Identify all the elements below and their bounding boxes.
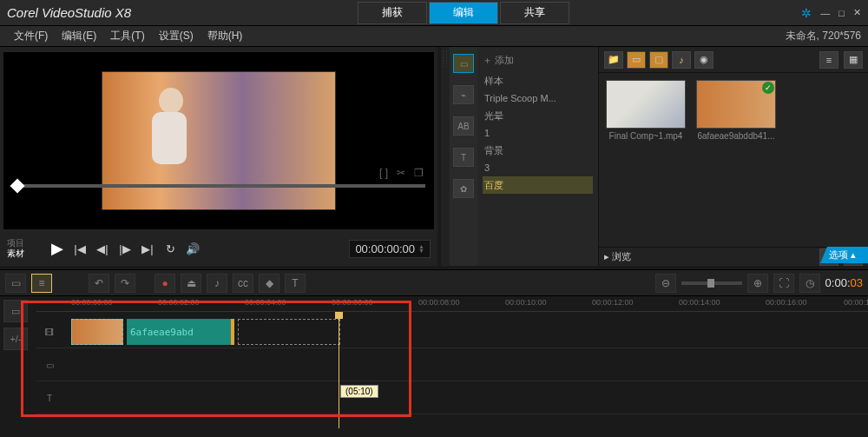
- check-icon: ✓: [762, 82, 774, 94]
- overlay-track[interactable]: ▭: [36, 348, 868, 381]
- tab-share[interactable]: 共享: [500, 2, 569, 24]
- thumb-label: 6afaeae9abddb41...: [696, 131, 776, 141]
- time-tooltip: (05:10): [340, 385, 378, 398]
- thumb-label: Final Comp~1.mp4: [606, 131, 686, 141]
- app-title: Corel VideoStudio X8: [7, 5, 131, 20]
- preview-viewport[interactable]: [ ] ✂ ❐: [3, 52, 434, 229]
- timeline-view-icon[interactable]: ≡: [31, 274, 52, 293]
- video-track-icon[interactable]: 🎞: [36, 315, 62, 348]
- track-mgr-icon[interactable]: T: [285, 274, 306, 293]
- cat-text-icon[interactable]: T: [453, 148, 474, 167]
- menu-edit[interactable]: 编辑(E): [55, 29, 103, 43]
- mode-project[interactable]: 项目: [7, 238, 42, 248]
- folder-1[interactable]: 1: [483, 124, 593, 142]
- subtitle-icon[interactable]: cc: [233, 274, 253, 293]
- title-track-icon[interactable]: T: [36, 381, 62, 414]
- folder-triple[interactable]: Triple Scoop M...: [483, 89, 593, 107]
- preview-scrubber[interactable]: [12, 184, 425, 188]
- cat-title-icon[interactable]: AB: [453, 116, 474, 136]
- menu-settings[interactable]: 设置(S): [152, 29, 201, 43]
- title-track[interactable]: T: [36, 381, 868, 414]
- go-start-button[interactable]: |◀: [71, 240, 89, 257]
- record-icon[interactable]: ●: [155, 274, 175, 293]
- prev-frame-button[interactable]: ◀|: [94, 240, 111, 257]
- media-thumb-1[interactable]: Final Comp~1.mp4: [606, 80, 686, 141]
- project-info: 未命名, 720*576: [786, 29, 861, 43]
- view-list-icon[interactable]: ≡: [819, 51, 838, 69]
- timeline-timecode: 0:00:03: [825, 276, 863, 289]
- add-folder-button[interactable]: ＋ 添加: [483, 54, 593, 67]
- folder-3[interactable]: 3: [483, 159, 593, 176]
- folder-background[interactable]: 背景: [483, 142, 593, 159]
- fit-icon[interactable]: ⛶: [773, 274, 794, 293]
- close-button[interactable]: ✕: [853, 7, 861, 18]
- clip-thumbnail[interactable]: [71, 319, 123, 345]
- redo-icon[interactable]: ↷: [115, 274, 135, 293]
- preview-frame: [102, 71, 336, 210]
- next-frame-button[interactable]: |▶: [116, 240, 134, 257]
- timeline-ruler[interactable]: 00:00:00:00 00:00:02:00 00:00:04:00 00:0…: [36, 296, 868, 312]
- filter-audio-icon[interactable]: ♪: [672, 51, 691, 69]
- options-tab[interactable]: 选项 ▴: [820, 247, 868, 263]
- loop-button[interactable]: ↻: [161, 240, 179, 257]
- panel-grip[interactable]: ::::::: [441, 47, 450, 266]
- clock-icon[interactable]: ◷: [799, 274, 820, 293]
- minimize-button[interactable]: —: [820, 8, 830, 18]
- cut-icon[interactable]: ✂: [397, 167, 405, 179]
- preview-timecode[interactable]: 00:00:00:00 ▲▼: [349, 240, 431, 258]
- mark-in-icon[interactable]: [ ]: [379, 167, 388, 179]
- globe-icon[interactable]: ✲: [801, 6, 812, 20]
- volume-button[interactable]: 🔊: [184, 240, 201, 257]
- maximize-button[interactable]: □: [838, 8, 845, 18]
- menu-help[interactable]: 帮助(H): [201, 29, 250, 43]
- menu-file[interactable]: 文件(F): [7, 29, 55, 43]
- storyboard-view-icon[interactable]: ▭: [5, 274, 26, 293]
- tab-capture[interactable]: 捕获: [358, 2, 427, 24]
- clip-label[interactable]: 6afaeae9abd: [127, 319, 234, 345]
- view-grid-icon[interactable]: ▦: [844, 51, 863, 69]
- tab-edit[interactable]: 编辑: [429, 2, 498, 24]
- filter-photo-icon[interactable]: ▢: [649, 51, 668, 69]
- overlay-track-icon[interactable]: ▭: [36, 348, 62, 381]
- zoom-slider[interactable]: [681, 281, 742, 285]
- undo-icon[interactable]: ↶: [89, 274, 109, 293]
- video-track[interactable]: 🎞 6afaeae9abd: [36, 315, 868, 348]
- open-folder-icon[interactable]: 📁: [604, 51, 623, 69]
- cat-filter-icon[interactable]: ✿: [453, 179, 474, 198]
- audio-icon[interactable]: ♪: [207, 274, 227, 293]
- folder-halo[interactable]: 光晕: [483, 107, 593, 124]
- chapter-icon[interactable]: ◆: [259, 274, 279, 293]
- browse-button[interactable]: ▸ 浏览: [604, 250, 631, 263]
- zoom-in-icon[interactable]: ⊕: [747, 274, 768, 293]
- zoom-out-icon[interactable]: ⊖: [655, 274, 676, 293]
- folder-samples[interactable]: 样本: [483, 72, 593, 89]
- clip-extend-ghost[interactable]: [238, 319, 340, 345]
- folder-baidu[interactable]: 百度: [483, 176, 593, 194]
- filter-disc-icon[interactable]: ◉: [694, 51, 713, 69]
- mixer-icon[interactable]: ⏏: [181, 274, 201, 293]
- track-toggle-1[interactable]: ▭: [3, 300, 28, 322]
- filter-video-icon[interactable]: ▭: [627, 51, 646, 69]
- go-end-button[interactable]: ▶|: [139, 240, 156, 257]
- mode-clip[interactable]: 素材: [7, 248, 42, 259]
- cat-media-icon[interactable]: ▭: [453, 54, 474, 73]
- menu-tools[interactable]: 工具(T): [103, 29, 151, 43]
- track-toggle-2[interactable]: +/-: [3, 328, 28, 350]
- media-thumb-2[interactable]: ✓ 6afaeae9abddb41...: [696, 80, 776, 141]
- playhead[interactable]: [339, 315, 339, 428]
- play-button[interactable]: ▶: [49, 240, 66, 257]
- snapshot-icon[interactable]: ❐: [414, 167, 424, 179]
- cat-transition-icon[interactable]: ⌁: [453, 85, 474, 104]
